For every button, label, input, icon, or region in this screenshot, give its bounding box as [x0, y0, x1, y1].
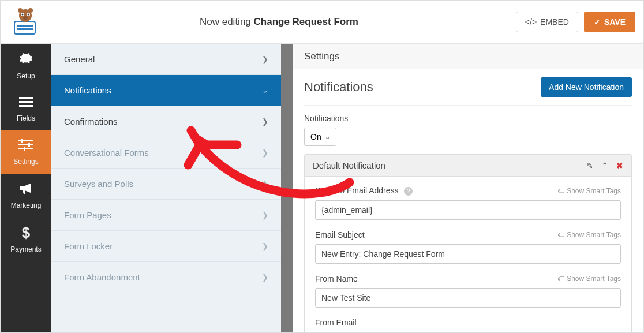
- panel-divider: [281, 44, 293, 332]
- nav-label: Marketing: [11, 201, 42, 209]
- svg-rect-16: [18, 148, 33, 149]
- notification-card-header: Default Notification ✎ ⌃ ✖: [305, 155, 631, 177]
- svg-rect-15: [18, 144, 33, 145]
- from-email-label: From Email: [315, 318, 357, 327]
- content-header: Settings: [293, 44, 643, 69]
- notification-card-title: Default Notification: [313, 160, 385, 170]
- settings-item-conversational[interactable]: Conversational Forms ❯: [51, 137, 281, 169]
- svg-rect-18: [28, 143, 30, 147]
- collapse-up-icon[interactable]: ⌃: [601, 161, 608, 170]
- embed-button[interactable]: </> EMBED: [516, 12, 578, 32]
- save-button[interactable]: ✓ SAVE: [584, 12, 635, 32]
- svg-point-10: [28, 8, 33, 13]
- row-from-email: From Email: [315, 318, 621, 327]
- editing-prefix: Now editing: [200, 16, 254, 27]
- svg-rect-1: [17, 25, 33, 27]
- subject-label: Email Subject: [315, 230, 365, 240]
- nav-item-fields[interactable]: Fields: [1, 87, 51, 130]
- list-icon: [19, 96, 33, 111]
- page-title: Settings: [304, 51, 339, 62]
- notification-card-body: Send To Email Address ? 🏷 Show Smart Tag…: [305, 177, 631, 332]
- svg-point-7: [28, 14, 29, 16]
- row-from-name: From Name 🏷 Show Smart Tags: [315, 274, 621, 308]
- row-send-to: Send To Email Address ? 🏷 Show Smart Tag…: [315, 186, 621, 220]
- card-actions: ✎ ⌃ ✖: [586, 161, 623, 170]
- edit-icon[interactable]: ✎: [586, 161, 593, 170]
- content-body: Notifications Add New Notification Notif…: [293, 69, 643, 332]
- chevron-right-icon: ❯: [262, 242, 268, 250]
- chevron-right-icon: ❯: [262, 273, 268, 282]
- help-icon[interactable]: ?: [404, 187, 413, 196]
- settings-panel: General ❯ Notifications ⌄ Confirmations …: [51, 44, 281, 332]
- subject-input[interactable]: [315, 244, 621, 264]
- bullhorn-icon: [19, 182, 33, 198]
- smart-tags-toggle[interactable]: 🏷 Show Smart Tags: [557, 187, 621, 195]
- app-logo: [9, 5, 42, 39]
- settings-item-label: Surveys and Polls: [64, 179, 133, 189]
- nav-label: Fields: [17, 114, 35, 122]
- tag-icon: 🏷: [557, 275, 564, 283]
- nav-item-setup[interactable]: Setup: [1, 44, 51, 87]
- toggle-label: Notifications: [304, 114, 632, 123]
- from-name-label: From Name: [315, 274, 358, 283]
- main-area: Setup Fields Settings Marketing $ Paymen…: [1, 44, 643, 332]
- settings-item-general[interactable]: General ❯: [51, 44, 281, 75]
- nav-label: Payments: [10, 245, 41, 253]
- settings-item-confirmations[interactable]: Confirmations ❯: [51, 106, 281, 137]
- toggle-value: On: [310, 132, 321, 141]
- settings-item-label: General: [64, 54, 95, 64]
- tag-icon: 🏷: [557, 231, 564, 239]
- chevron-right-icon: ❯: [262, 179, 268, 188]
- chevron-down-icon: ⌄: [325, 133, 330, 141]
- settings-item-form-abandonment[interactable]: Form Abandonment ❯: [51, 262, 281, 293]
- settings-item-label: Form Abandonment: [64, 272, 140, 282]
- add-notification-button[interactable]: Add New Notification: [541, 77, 632, 97]
- settings-item-label: Form Pages: [64, 210, 111, 220]
- chevron-right-icon: ❯: [262, 148, 268, 157]
- settings-menu-list[interactable]: General ❯ Notifications ⌄ Confirmations …: [51, 44, 281, 332]
- settings-item-label: Confirmations: [64, 117, 118, 126]
- editing-context: Now editing Change Request Form: [42, 16, 516, 28]
- remove-icon[interactable]: ✖: [616, 161, 623, 170]
- notifications-toggle-block: Notifications On ⌄: [304, 114, 632, 146]
- row-subject: Email Subject 🏷 Show Smart Tags: [315, 230, 621, 264]
- form-name: Change Request Form: [254, 16, 358, 27]
- left-nav: Setup Fields Settings Marketing $ Paymen…: [1, 44, 51, 332]
- settings-item-notifications[interactable]: Notifications ⌄: [51, 75, 281, 106]
- svg-rect-12: [19, 101, 33, 103]
- save-label: SAVE: [604, 17, 626, 27]
- notification-card: Default Notification ✎ ⌃ ✖ Send To Email…: [304, 154, 632, 332]
- sliders-icon: [18, 139, 33, 154]
- from-name-input[interactable]: [315, 288, 621, 308]
- settings-item-form-pages[interactable]: Form Pages ❯: [51, 200, 281, 231]
- nav-item-settings[interactable]: Settings: [1, 130, 51, 174]
- svg-rect-19: [24, 147, 25, 151]
- notifications-toggle-select[interactable]: On ⌄: [304, 128, 336, 146]
- nav-item-payments[interactable]: $ Payments: [1, 217, 51, 260]
- svg-point-9: [18, 8, 23, 13]
- send-to-label: Send To Email Address ?: [315, 186, 413, 196]
- svg-rect-14: [18, 140, 33, 141]
- settings-item-label: Notifications: [64, 85, 111, 95]
- svg-rect-13: [19, 105, 33, 107]
- section-title: Notifications: [304, 80, 373, 95]
- content-panel: Settings Notifications Add New Notificat…: [293, 44, 643, 332]
- settings-item-label: Conversational Forms: [64, 148, 149, 158]
- svg-point-8: [23, 16, 28, 20]
- nav-item-marketing[interactable]: Marketing: [1, 174, 51, 217]
- settings-item-label: Form Locker: [64, 241, 113, 251]
- svg-rect-0: [14, 21, 35, 34]
- smart-tags-toggle[interactable]: 🏷 Show Smart Tags: [557, 275, 621, 283]
- settings-item-form-locker[interactable]: Form Locker ❯: [51, 231, 281, 262]
- chevron-right-icon: ❯: [262, 211, 268, 219]
- tag-icon: 🏷: [557, 187, 564, 195]
- svg-rect-17: [21, 139, 23, 143]
- chevron-right-icon: ❯: [262, 117, 268, 126]
- section-header-row: Notifications Add New Notification: [304, 77, 632, 106]
- gear-icon: [19, 51, 33, 69]
- check-icon: ✓: [594, 17, 601, 27]
- dollar-icon: $: [22, 224, 30, 242]
- send-to-input[interactable]: [315, 200, 621, 220]
- settings-item-surveys[interactable]: Surveys and Polls ❯: [51, 169, 281, 200]
- smart-tags-toggle[interactable]: 🏷 Show Smart Tags: [557, 231, 621, 239]
